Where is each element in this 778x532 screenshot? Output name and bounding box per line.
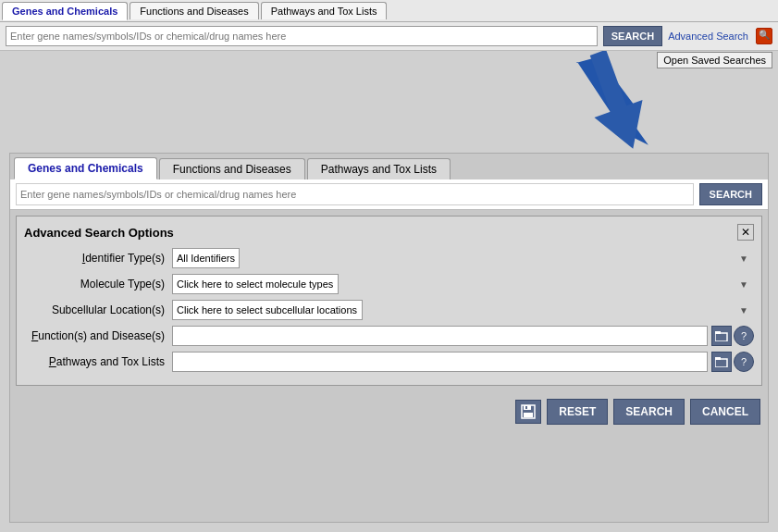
- molecule-type-row: Molecule Type(s) Click here to select mo…: [24, 274, 754, 294]
- top-tab-functions[interactable]: Functions and Diseases: [130, 2, 258, 19]
- subcellular-location-select-wrapper: Click here to select subcellular locatio…: [172, 300, 754, 320]
- panel-search-row: SEARCH: [10, 179, 768, 210]
- close-advanced-button[interactable]: ✕: [737, 224, 754, 241]
- pathways-browse-button[interactable]: [711, 352, 732, 372]
- top-search-button[interactable]: SEARCH: [603, 26, 662, 46]
- save-search-button[interactable]: [515, 400, 541, 424]
- top-tab-bar: Genes and Chemicals Functions and Diseas…: [0, 0, 778, 22]
- function-disease-browse-button[interactable]: [711, 326, 732, 346]
- advanced-search-icon[interactable]: [756, 28, 772, 44]
- reset-button[interactable]: RESET: [547, 399, 608, 425]
- subcellular-location-label: Subcellular Location(s): [24, 303, 172, 316]
- advanced-search-link[interactable]: Advanced Search: [668, 31, 748, 42]
- svg-rect-3: [715, 331, 721, 334]
- bottom-search-button[interactable]: SEARCH: [613, 399, 685, 425]
- cancel-button[interactable]: CANCEL: [690, 399, 760, 425]
- top-tab-pathways[interactable]: Pathways and Tox Lists: [261, 2, 388, 19]
- identifier-type-row: Identifier Type(s) All Identifiers: [24, 248, 754, 268]
- panel-search-button[interactable]: SEARCH: [699, 183, 762, 205]
- function-disease-label: Function(s) and Disease(s): [24, 329, 172, 342]
- bottom-button-row: RESET SEARCH CANCEL: [10, 391, 768, 428]
- top-tab-genes[interactable]: Genes and Chemicals: [2, 2, 128, 20]
- arrow-indicator: [556, 51, 667, 162]
- pathways-row: Pathways and Tox Lists ?: [24, 352, 754, 372]
- svg-rect-5: [715, 357, 721, 360]
- identifier-type-select-wrapper: All Identifiers: [172, 248, 754, 268]
- function-disease-row: Function(s) and Disease(s) ?: [24, 326, 754, 346]
- panel-tab-genes[interactable]: Genes and Chemicals: [14, 157, 157, 179]
- subcellular-location-select[interactable]: Click here to select subcellular locatio…: [172, 300, 363, 320]
- arrow-svg: [556, 51, 667, 162]
- panel-tab-pathways[interactable]: Pathways and Tox Lists: [307, 158, 451, 179]
- main-panel: Genes and Chemicals Functions and Diseas…: [9, 153, 769, 523]
- pathways-input[interactable]: [172, 352, 708, 372]
- svg-rect-8: [524, 413, 533, 417]
- browse-pathways-icon: [715, 356, 728, 367]
- subcellular-location-row: Subcellular Location(s) Click here to se…: [24, 300, 754, 320]
- panel-tab-bar: Genes and Chemicals Functions and Diseas…: [10, 154, 768, 179]
- svg-rect-2: [715, 333, 727, 341]
- pathways-label: Pathways and Tox Lists: [24, 355, 172, 368]
- identifier-type-select[interactable]: All Identifiers: [172, 248, 240, 268]
- open-saved-searches-button[interactable]: Open Saved Searches: [657, 52, 772, 68]
- adv-options-title: Advanced Search Options: [24, 226, 174, 240]
- molecule-type-select[interactable]: Click here to select molecule types: [172, 274, 339, 294]
- panel-search-input[interactable]: [16, 183, 694, 205]
- identifier-type-label: Identifier Type(s): [24, 252, 172, 265]
- advanced-search-options-panel: Advanced Search Options ✕ Identifier Typ…: [16, 216, 762, 386]
- save-icon: [521, 404, 536, 419]
- panel-tab-functions[interactable]: Functions and Diseases: [159, 158, 305, 179]
- pathways-help-button[interactable]: ?: [734, 352, 754, 372]
- browse-icon: [715, 330, 728, 341]
- molecule-type-label: Molecule Type(s): [24, 278, 172, 291]
- top-search-row: SEARCH Advanced Search: [0, 22, 778, 51]
- function-disease-input[interactable]: [172, 326, 708, 346]
- adv-options-header: Advanced Search Options ✕: [24, 224, 754, 241]
- molecule-type-select-wrapper: Click here to select molecule types: [172, 274, 754, 294]
- svg-rect-4: [715, 359, 727, 367]
- svg-rect-9: [525, 406, 527, 409]
- top-search-input[interactable]: [6, 26, 598, 46]
- function-disease-help-button[interactable]: ?: [734, 326, 754, 346]
